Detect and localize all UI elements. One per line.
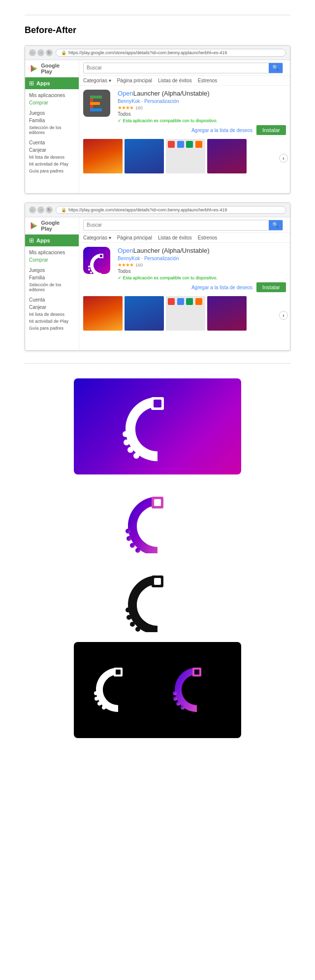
- categories-nav-before: Categorías Página principal Listas de éx…: [79, 76, 290, 86]
- sidebar-wishlist[interactable]: Mi lista de deseos: [29, 154, 75, 161]
- install-button-after[interactable]: Instalar: [256, 282, 286, 292]
- screenshot-3-after: [166, 296, 205, 331]
- cat-categorias[interactable]: Categorías: [83, 78, 111, 83]
- svg-point-9: [88, 269, 90, 270]
- back-button-after[interactable]: ←: [29, 206, 36, 213]
- sidebar-juegos[interactable]: Juegos: [29, 109, 75, 117]
- screenshot-1-after: [83, 296, 123, 331]
- gplay-brand-label: Google Play: [41, 63, 70, 74]
- app-icon-after: [83, 247, 113, 292]
- sidebar-comprar[interactable]: Comprar: [29, 99, 75, 106]
- svg-point-32: [94, 691, 98, 695]
- forward-button-after[interactable]: →: [37, 206, 44, 213]
- svg-point-16: [127, 447, 133, 453]
- play-store-icon: [29, 63, 39, 74]
- sidebar-parents[interactable]: Guía para padres: [29, 168, 75, 174]
- sidebar-canjear[interactable]: Canjear: [29, 146, 75, 154]
- cat-estrenos-after[interactable]: Estrenos: [198, 235, 217, 240]
- app-actions-before: Agregar a la lista de deseos Instalar: [118, 125, 286, 135]
- sidebar-seleccion[interactable]: Selección de los editores: [29, 124, 75, 136]
- sidebar-activity[interactable]: Mi actividad de Play: [29, 161, 75, 168]
- search-button-after[interactable]: 🔍: [269, 220, 283, 230]
- sidebar-wishlist-after[interactable]: Mi lista de deseos: [29, 311, 75, 318]
- install-button-before[interactable]: Instalar: [256, 125, 286, 135]
- black-logo-svg: [118, 568, 197, 632]
- browser-screenshot-after: ← → ↻ 🔒 https://play.google.com/store/ap…: [25, 203, 290, 351]
- svg-rect-7: [100, 255, 102, 257]
- cat-listas-after[interactable]: Listas de éxitos: [158, 235, 192, 240]
- back-button[interactable]: ←: [29, 49, 36, 56]
- svg-point-35: [102, 706, 106, 710]
- color-logo-section: [25, 489, 290, 553]
- sidebar-cuenta[interactable]: Cuenta: [29, 139, 75, 146]
- gplay-sidebar-before: Google Play ⊞ Apps Mis aplicaciones Comp…: [25, 60, 79, 193]
- svg-point-14: [123, 431, 128, 437]
- cat-listas[interactable]: Listas de éxitos: [158, 78, 192, 83]
- sidebar-parents-after[interactable]: Guía para padres: [29, 325, 75, 332]
- sidebar-mis-apps[interactable]: Mis aplicaciones: [29, 92, 75, 99]
- svg-point-10: [90, 271, 92, 273]
- app-title-before: OpenLauncher (Alpha/Unstable): [118, 90, 286, 97]
- search-input-before[interactable]: [84, 63, 269, 73]
- sidebar-activity-after[interactable]: Mi actividad de Play: [29, 318, 75, 325]
- app-title-after: OpenLauncher (Alpha/Unstable): [118, 247, 286, 254]
- svg-rect-31: [116, 670, 121, 675]
- sidebar-nav-after: Mis aplicaciones Comprar Juegos Familia …: [25, 246, 79, 334]
- rating-count-before: 160: [135, 105, 143, 110]
- app-developer-before: BennyKok · Personalización: [118, 99, 286, 104]
- apps-icon-after: ⊞: [29, 237, 34, 244]
- sidebar-canjear-after[interactable]: Canjear: [29, 304, 75, 311]
- old-icon-svg: [84, 91, 110, 116]
- add-to-list-before[interactable]: Agregar a la lista de deseos: [191, 128, 252, 133]
- svg-rect-5: [83, 247, 110, 274]
- sidebar-apps-bar-after[interactable]: ⊞ Apps: [25, 235, 79, 246]
- sidebar-familia-after[interactable]: Familia: [29, 274, 75, 281]
- cat-estrenos[interactable]: Estrenos: [198, 78, 217, 83]
- stars-before: ★★★★: [118, 105, 133, 110]
- gplay-brand-after: Google Play: [41, 220, 70, 232]
- next-arrow-before[interactable]: ›: [279, 154, 288, 163]
- add-to-list-after[interactable]: Agregar a la lista de deseos: [191, 285, 252, 290]
- apps-label: Apps: [36, 80, 50, 86]
- sidebar-mis-apps-after[interactable]: Mis aplicaciones: [29, 249, 75, 256]
- search-input-after[interactable]: [84, 220, 269, 230]
- sidebar-familia[interactable]: Familia: [29, 117, 75, 124]
- next-arrow-after[interactable]: ›: [279, 311, 288, 320]
- apps-icon: ⊞: [29, 80, 34, 87]
- search-bar-after[interactable]: 🔍: [83, 220, 283, 231]
- sidebar-comprar-after[interactable]: Comprar: [29, 256, 75, 264]
- address-bar-after[interactable]: 🔒 https://play.google.com/store/apps/det…: [56, 206, 286, 214]
- sidebar-cuenta-after[interactable]: Cuenta: [29, 296, 75, 304]
- sidebar-juegos-after[interactable]: Juegos: [29, 267, 75, 274]
- screenshots-strip-before: ›: [79, 139, 290, 177]
- sidebar-apps-bar[interactable]: ⊞ Apps: [25, 77, 79, 89]
- search-button-before[interactable]: 🔍: [269, 63, 283, 73]
- app-title-rest: Launcher (Alpha/Unstable): [133, 90, 210, 97]
- nav-buttons: ← → ↻: [29, 49, 53, 56]
- refresh-button-after[interactable]: ↻: [46, 206, 53, 213]
- svg-point-20: [126, 529, 130, 534]
- cat-pagina-after[interactable]: Página principal: [117, 235, 152, 240]
- address-bar[interactable]: 🔒 https://play.google.com/store/apps/det…: [56, 49, 286, 57]
- play-store-icon-after: [29, 220, 39, 231]
- svg-rect-37: [194, 670, 199, 675]
- svg-point-33: [94, 697, 98, 701]
- refresh-button[interactable]: ↻: [46, 49, 53, 56]
- app-title-open-after: Open: [118, 247, 133, 254]
- new-icon-svg-appdetail: [83, 247, 110, 274]
- app-title-rest-after: Launcher (Alpha/Unstable): [133, 247, 210, 254]
- sidebar-seleccion-after[interactable]: Selección de los editores: [29, 281, 75, 293]
- app-audience-before: Todos: [118, 111, 286, 117]
- svg-rect-2: [90, 96, 102, 99]
- cat-categorias-after[interactable]: Categorías: [83, 235, 111, 240]
- search-bar-before[interactable]: 🔍: [83, 63, 283, 73]
- forward-button[interactable]: →: [37, 49, 44, 56]
- black-background-logos: [74, 642, 241, 738]
- app-info-before: OpenLauncher (Alpha/Unstable) BennyKok ·…: [118, 90, 286, 135]
- gplay-main-after: 🔍 Categorías Página principal Listas de …: [79, 217, 290, 350]
- nav-buttons-after: ← → ↻: [29, 206, 53, 213]
- svg-point-26: [126, 608, 130, 612]
- gplay-header-after: Google Play: [25, 217, 79, 235]
- url-text-after: https://play.google.com/store/apps/detai…: [68, 207, 227, 212]
- cat-pagina[interactable]: Página principal: [117, 78, 152, 83]
